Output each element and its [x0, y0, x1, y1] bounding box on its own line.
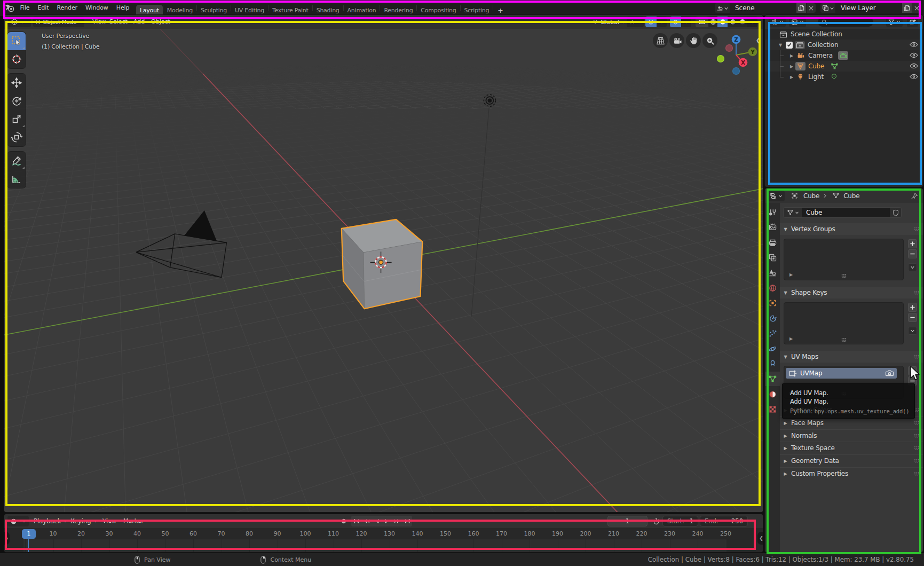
nav-gizmo[interactable]: Z Y X	[715, 34, 757, 76]
snap-dropdown[interactable]	[657, 17, 667, 27]
grip-dots-icon[interactable]	[914, 291, 919, 295]
tab-sculpting[interactable]: Sculpting	[197, 5, 231, 16]
current-frame-field[interactable]: 1	[607, 516, 647, 526]
expand-arrow-icon[interactable]: ▶	[788, 64, 795, 69]
section-geometry-data[interactable]: ▶Geometry Data	[780, 454, 923, 467]
remove-item-button[interactable]	[908, 249, 917, 258]
mesh-id-browse-button[interactable]	[783, 207, 802, 218]
uv-map-item[interactable]: UVMap	[786, 368, 897, 379]
shading-solid-button[interactable]	[717, 17, 728, 27]
grip-dots-icon[interactable]	[914, 227, 919, 231]
scene-new-button[interactable]	[796, 3, 806, 13]
outliner-row-scene-collection[interactable]: Scene Collection	[765, 29, 923, 40]
tab-uv-editing[interactable]: UV Editing	[231, 5, 268, 16]
view-layer-tab-button[interactable]	[765, 250, 780, 265]
rotate-tool[interactable]	[7, 92, 26, 110]
render-tab-button[interactable]	[765, 220, 780, 234]
grip-dots-icon[interactable]	[914, 434, 919, 438]
section-header-uv-maps[interactable]: ▼UV Maps	[780, 351, 923, 363]
view-layer-name-field[interactable]: View Layer	[836, 3, 902, 13]
select-box-tool[interactable]	[7, 32, 26, 50]
proportional-edit-toggle[interactable]	[670, 17, 681, 27]
record-button[interactable]	[340, 516, 348, 526]
vp-menu-object[interactable]: Object	[151, 15, 170, 29]
grip-dots-icon[interactable]	[841, 274, 846, 278]
playback-dropdown[interactable]: Playback	[31, 516, 70, 526]
orientation-dropdown[interactable]: Global	[589, 17, 628, 27]
play-reverse-button[interactable]	[372, 516, 382, 526]
move-tool[interactable]	[7, 74, 26, 92]
mode-dropdown[interactable]: Object Mode	[33, 17, 84, 27]
tab-modeling[interactable]: Modeling	[163, 5, 196, 16]
pan-view-button[interactable]	[686, 33, 701, 48]
shading-dropdown[interactable]	[747, 17, 757, 27]
play-button[interactable]	[382, 516, 392, 526]
fake-user-shield-button[interactable]	[890, 207, 902, 218]
eye-icon[interactable]	[910, 42, 918, 48]
viewport-canvas[interactable]: User Perspective (1) Collection | Cube	[4, 29, 763, 512]
outliner-editor-type-button[interactable]	[769, 17, 786, 27]
playhead-line[interactable]	[28, 539, 29, 552]
outliner-row-collection[interactable]: ▼Collection	[765, 40, 923, 50]
world-tab-button[interactable]	[765, 281, 780, 295]
section-texture-space[interactable]: ▶Texture Space	[780, 442, 923, 454]
tab-shading[interactable]: Shading	[313, 5, 343, 16]
list-expand-arrow[interactable]: ▶	[789, 272, 793, 277]
menu-file[interactable]: File	[16, 1, 34, 15]
tab-scripting[interactable]: Scripting	[461, 5, 493, 16]
properties-editor-type-button[interactable]	[767, 191, 785, 201]
outliner-item-label[interactable]: Scene Collection	[791, 30, 842, 38]
grip-dots-icon[interactable]	[914, 408, 919, 412]
physics-tab-button[interactable]	[765, 342, 780, 356]
scene-unlink-button[interactable]	[807, 3, 816, 13]
sidebar-toggle-arrow[interactable]: ❮	[755, 35, 761, 45]
outliner-item-label[interactable]: Camera	[808, 52, 833, 59]
section-normals[interactable]: ▶Normals	[780, 429, 923, 442]
grip-dots-icon[interactable]	[914, 355, 919, 359]
outliner-row-cube[interactable]: ▶Cube	[765, 61, 923, 72]
timeline-editor-type-button[interactable]	[7, 516, 29, 526]
vp-menu-add[interactable]: Add	[133, 15, 145, 29]
grip-dots-icon[interactable]	[914, 421, 919, 425]
scene-tab-button[interactable]	[765, 266, 780, 280]
section-header-vertex-groups[interactable]: ▼Vertex Groups	[780, 223, 923, 235]
measure-tool[interactable]	[7, 170, 26, 188]
object-data-tab-button[interactable]	[765, 372, 780, 386]
timeline-menu-view[interactable]: View	[102, 514, 116, 528]
camera-view-button[interactable]	[669, 33, 684, 48]
expand-arrow-icon[interactable]: ▶	[788, 53, 795, 58]
shape-keys-list[interactable]: ▶	[784, 302, 904, 344]
shading-wireframe-button[interactable]	[708, 17, 717, 27]
outliner-item-label[interactable]: Collection	[808, 41, 838, 49]
eye-icon[interactable]	[910, 74, 918, 80]
view-layer-browse-button[interactable]	[820, 3, 835, 13]
use-preview-range-toggle[interactable]	[651, 516, 661, 526]
list-specials-button[interactable]	[908, 327, 917, 335]
scale-tool[interactable]	[7, 110, 26, 128]
tab-texture-paint[interactable]: Texture Paint	[268, 5, 312, 16]
section-header-shape-keys[interactable]: ▼Shape Keys	[780, 287, 923, 298]
jump-to-end-button[interactable]	[402, 516, 412, 526]
end-frame-field[interactable]: End:250	[700, 516, 748, 526]
keying-dropdown[interactable]: Keying	[68, 516, 100, 526]
cursor-tool[interactable]	[7, 50, 26, 68]
menu-render[interactable]: Render	[53, 1, 82, 15]
shading-material-button[interactable]	[728, 17, 738, 27]
outliner-row-light[interactable]: ▶Light	[765, 72, 923, 82]
add-item-button[interactable]	[908, 303, 917, 312]
collapse-arrow-icon[interactable]: ▼	[777, 43, 784, 48]
timeline-collapse-handle[interactable]: ❮	[757, 532, 763, 545]
timeline-expand-handle[interactable]: ❯	[4, 532, 10, 545]
texture-tab-button[interactable]	[765, 402, 780, 416]
timeline-track[interactable]	[4, 539, 763, 552]
constraints-tab-button[interactable]	[765, 357, 780, 371]
timeline-ruler[interactable]: 1 10203040506070809010011012013014015016…	[4, 528, 763, 539]
annotate-tool[interactable]	[7, 152, 26, 170]
grip-dots-icon[interactable]	[841, 338, 846, 342]
add-workspace-button[interactable]: +	[493, 5, 507, 16]
gizmo-neg-y-ball[interactable]	[717, 56, 724, 62]
scene-name-field[interactable]: Scene	[730, 3, 796, 13]
current-frame-badge[interactable]: 1	[22, 529, 36, 539]
start-frame-field[interactable]: Start:1	[662, 516, 698, 526]
tab-animation[interactable]: Animation	[344, 5, 380, 16]
